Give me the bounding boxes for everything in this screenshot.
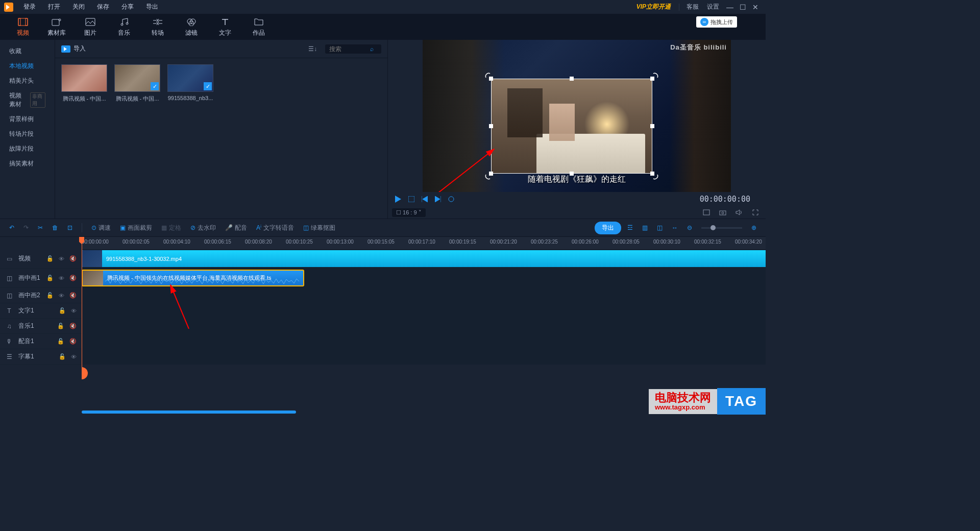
mute-icon[interactable]: 🔇 [69,292,77,299]
tab-transition[interactable]: 转场 [141,17,175,37]
support-button[interactable]: 客服 [682,3,703,11]
lock-icon[interactable]: 🔓 [46,255,54,262]
lock-icon[interactable]: 🔓 [59,307,66,314]
playhead[interactable] [82,237,82,370]
stop-button[interactable] [405,193,418,205]
tts-button[interactable]: Aⁱ文字转语音 [253,222,297,234]
settings-button[interactable]: 设置 [703,3,723,11]
dub-button[interactable]: 🎤配音 [222,222,250,234]
eye-icon[interactable]: 👁 [59,256,64,262]
menu-save[interactable]: 保存 [91,3,115,11]
tab-text[interactable]: 文字 [208,17,242,37]
resize-handle[interactable] [570,77,574,81]
tool-icon-3[interactable]: ◫ [654,222,666,233]
maximize-icon[interactable]: ☐ [737,3,749,11]
tab-music[interactable]: 音乐 [107,17,141,37]
menu-share[interactable]: 分享 [115,3,140,11]
screenshot-icon[interactable] [700,206,713,219]
media-item[interactable]: ✓ 腾讯视频 - 中国... [114,64,160,103]
media-item[interactable]: 腾讯视频 - 中国... [61,64,107,103]
pip-overlay[interactable] [491,79,652,174]
camera-icon[interactable] [717,206,729,219]
eye-icon[interactable]: 👁 [59,275,64,281]
login-button[interactable]: 登录 [17,3,42,11]
nav-favorites[interactable]: 收藏 [0,44,55,59]
zoom-in-icon[interactable]: ⊕ [748,222,760,233]
timeline-scrollbar[interactable] [82,411,296,414]
play-button[interactable] [392,193,404,205]
mute-icon[interactable]: 🔇 [69,338,77,345]
video-clip[interactable]: 991558388_nb3-1-30032.mp4 [82,250,766,267]
search-box[interactable]: ⌕ [325,44,381,54]
resize-handle[interactable] [489,124,493,128]
vip-button[interactable]: VIP立即开通 [631,3,676,11]
lock-icon[interactable]: 🔓 [57,323,64,329]
mute-icon[interactable]: 🔇 [69,255,77,262]
pip-clip[interactable]: 腾讯视频 - 中国领先的在线视频媒体平台,海量高清视频在线观看.ts [82,270,304,286]
aspect-select[interactable]: ☐ 16 : 9 ˅ [392,208,426,217]
nav-transitions[interactable]: 转场片段 [0,127,55,141]
rotate-handle[interactable] [484,72,492,79]
zoom-slider[interactable] [701,227,742,229]
nav-local-video[interactable]: 本地视频 [0,59,55,74]
lock-icon[interactable]: 🔓 [57,338,64,345]
nav-intros[interactable]: 精美片头 [0,74,55,88]
tab-library[interactable]: 素材库 [40,17,74,37]
greenscreen-button[interactable]: ◫绿幕抠图 [300,222,338,234]
menu-export[interactable]: 导出 [140,3,164,11]
rotate-handle[interactable] [484,173,492,180]
speed-button[interactable]: ⊙调速 [88,222,114,234]
nav-glitch[interactable]: 故障片段 [0,141,55,156]
delete-button[interactable]: 🗑 [49,222,61,233]
volume-icon[interactable] [733,206,745,219]
nav-stock[interactable]: 视频素材非商用 [0,88,55,112]
search-icon[interactable]: ⌕ [370,45,374,53]
media-item[interactable]: ✓ 991558388_nb3... [167,64,213,101]
prev-button[interactable] [419,193,431,205]
resize-handle[interactable] [570,172,574,176]
nav-backgrounds[interactable]: 背景样例 [0,112,55,127]
next-button[interactable] [432,193,444,205]
lock-icon[interactable]: 🔓 [46,275,54,281]
freeze-button[interactable]: ▦定格 [158,222,184,234]
upload-button[interactable]: ∞ 拖拽上传 [696,16,737,28]
undo-button[interactable]: ↶ [6,222,17,233]
tab-image[interactable]: 图片 [74,17,107,37]
tool-icon-2[interactable]: ▥ [639,222,651,233]
import-button[interactable]: 导入 [61,44,86,53]
tool-icon-4[interactable]: ↔ [669,222,681,233]
sort-icon[interactable]: ☰↓ [305,45,320,53]
tool-icon-1[interactable]: ☲ [624,222,636,233]
preview-canvas[interactable]: Da圣音乐 bilibili 随着电视剧《狂飙》的走红 [423,40,731,192]
crop-split-button[interactable]: ⊡ [64,222,76,233]
eye-icon[interactable]: 👁 [59,293,64,299]
zoom-out-icon[interactable]: ⊖ [684,222,695,233]
tab-video[interactable]: 视频 [6,17,40,37]
mute-icon[interactable]: 🔇 [69,323,77,329]
close-icon[interactable]: ✕ [749,3,762,11]
menu-close[interactable]: 关闭 [66,3,91,11]
rotate-handle[interactable] [652,72,659,79]
menu-open[interactable]: 打开 [42,3,66,11]
rotate-handle[interactable] [652,173,659,180]
remove-watermark-button[interactable]: ⊘去水印 [187,222,219,234]
mute-icon[interactable]: 🔇 [69,275,77,281]
eye-icon[interactable]: 👁 [71,308,77,314]
tab-filter[interactable]: 滤镜 [175,17,208,37]
end-marker[interactable] [82,367,88,379]
crop-frame-button[interactable]: ▣画面裁剪 [117,222,155,234]
record-button[interactable] [445,193,457,205]
resize-handle[interactable] [650,124,654,128]
tab-works[interactable]: 作品 [242,17,276,37]
lock-icon[interactable]: 🔓 [59,353,66,360]
cut-button[interactable]: ✂ [35,222,46,233]
redo-button[interactable]: ↷ [20,222,32,233]
search-input[interactable] [329,45,370,53]
nav-funny[interactable]: 搞笑素材 [0,156,55,171]
export-button[interactable]: 导出 [595,222,621,234]
timeline-ruler[interactable]: 00:00:00:0000:00:02:0500:00:04:1000:00:0… [82,237,766,249]
eye-icon[interactable]: 👁 [71,354,77,360]
lock-icon[interactable]: 🔓 [46,292,54,299]
fullscreen-icon[interactable] [749,206,762,219]
minimize-icon[interactable]: — [723,3,737,11]
